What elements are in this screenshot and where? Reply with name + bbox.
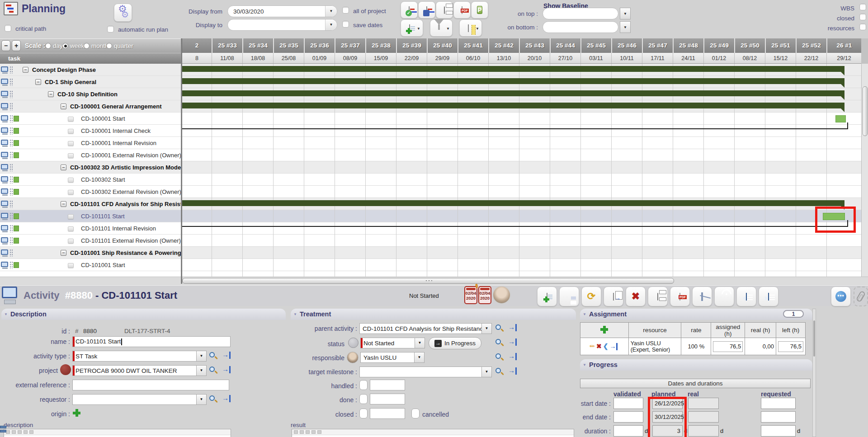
tree-row[interactable]: CD-100001 Internal Revision	[0, 137, 181, 149]
baseline-on-top-select[interactable]	[542, 8, 618, 19]
handled-checkbox[interactable]	[359, 380, 368, 390]
rss-button[interactable]	[714, 287, 734, 306]
drag-grip-icon[interactable]	[9, 66, 13, 74]
critical-path-checkbox[interactable]	[5, 25, 11, 32]
validated-startdate-input[interactable]	[613, 398, 643, 409]
drag-grip-icon[interactable]	[9, 225, 13, 232]
task-checkbox[interactable]	[68, 214, 74, 219]
done-date-input[interactable]	[370, 394, 405, 404]
done-checkbox[interactable]	[359, 394, 368, 404]
project-select[interactable]: PETROCAB 9000 DWT OIL TANKER▼	[72, 365, 207, 376]
scale-radio-day[interactable]	[45, 43, 51, 49]
tree-row[interactable]: −CD-100001 General Arrangement	[0, 100, 181, 113]
real-enddate-input[interactable]	[688, 411, 719, 423]
result-editor[interactable]	[292, 429, 574, 437]
print-button[interactable]	[648, 287, 668, 306]
automatic-run-plan-button[interactable]: ⚙⚙	[114, 4, 132, 22]
collapse-button[interactable]: −	[61, 164, 66, 170]
tree-row[interactable]: CD-100302 Start	[0, 174, 181, 186]
gantt-summary-bar[interactable]	[182, 90, 844, 96]
zoom-out-button[interactable]: −	[1, 40, 10, 51]
real-startdate-input[interactable]	[688, 398, 719, 409]
drag-grip-icon[interactable]	[9, 176, 13, 183]
copy-button[interactable]: →	[604, 287, 623, 306]
chevron-down-icon[interactable]: ▼	[415, 338, 425, 348]
drag-grip-icon[interactable]	[9, 103, 13, 110]
gantt-horizontal-scrollbar[interactable]	[0, 277, 868, 284]
scale-radio-month[interactable]	[84, 43, 90, 49]
goto-icon[interactable]: →	[508, 324, 517, 331]
view-left-button[interactable]	[736, 287, 756, 306]
goto-icon[interactable]: →	[508, 353, 517, 360]
task-checkbox[interactable]	[68, 190, 74, 195]
drag-grip-icon[interactable]	[9, 115, 13, 122]
drag-grip-icon[interactable]	[9, 212, 13, 220]
chevron-down-icon[interactable]: ▼	[196, 366, 206, 376]
external-reference-input[interactable]	[72, 380, 229, 390]
chevron-down-icon[interactable]: ▼	[414, 352, 424, 362]
cancelled-checkbox[interactable]	[411, 409, 420, 418]
goto-icon[interactable]: →	[222, 395, 231, 402]
search-icon[interactable]	[209, 352, 215, 359]
tree-row[interactable]: CD-100001 Internal Check	[0, 125, 181, 137]
gantt-export-button[interactable]	[418, 1, 435, 19]
validated-duration-input[interactable]	[613, 425, 643, 437]
assigned-hours-input[interactable]: 76,5	[713, 341, 743, 352]
tree-row[interactable]: −CD-101101 CFD Analysis for Ship Resista…	[0, 198, 181, 210]
status-select[interactable]: Not Started▼	[360, 338, 425, 348]
collapse-button[interactable]: −	[23, 67, 28, 73]
handled-date-input[interactable]	[370, 380, 405, 390]
requested-startdate-input[interactable]	[761, 398, 796, 409]
closed-checkbox[interactable]	[859, 14, 866, 20]
chevron-down-icon[interactable]: ▼	[476, 27, 479, 31]
name-input[interactable]: CD-101101 Start	[72, 336, 231, 347]
display-from-input[interactable]: 30/03/2020▼	[227, 5, 337, 17]
view-right-button[interactable]	[759, 287, 778, 306]
baseline-on-bottom-select[interactable]	[542, 21, 618, 33]
goto-icon[interactable]: →	[222, 352, 231, 359]
save-button[interactable]	[559, 287, 579, 306]
drag-grip-icon[interactable]	[9, 90, 13, 98]
tree-row[interactable]: CD-101101 Internal Revision	[0, 222, 181, 235]
tree-row[interactable]: CD-100001 External Revision (Owner)	[0, 149, 181, 161]
tree-gantt-splitter[interactable]	[181, 38, 182, 284]
description-section-header[interactable]: ▼Description	[1, 309, 286, 320]
tree-row[interactable]: CD-101101 External Revision (Owner)	[0, 235, 181, 247]
scrollbar-thumb[interactable]	[863, 86, 868, 136]
task-checkbox[interactable]	[68, 263, 74, 268]
tree-row[interactable]: CD-100302 External Revision (Owner)	[0, 186, 181, 198]
ms-project-button[interactable]: P	[471, 1, 488, 19]
automatic-run-plan-checkbox[interactable]	[107, 26, 114, 33]
search-icon[interactable]	[209, 367, 215, 373]
chevron-down-icon[interactable]: ▼	[196, 351, 206, 361]
tree-row[interactable]: −CD-101001 Ship Resistance & Powering Ca…	[0, 247, 181, 259]
tree-row[interactable]: CD-101001 Start	[0, 259, 181, 271]
tree-row[interactable]: CD-101101 Start	[0, 210, 181, 222]
scrollbar-thumb[interactable]	[813, 320, 815, 357]
parent-activity-select[interactable]: CD-101101 CFD Analysis for Ship Resistan…	[359, 323, 492, 334]
chevron-down-icon[interactable]: ▼	[325, 6, 337, 17]
goto-icon[interactable]: →	[609, 343, 618, 350]
refresh-button[interactable]: ⟳	[581, 287, 601, 306]
search-icon[interactable]	[209, 395, 215, 402]
drag-grip-icon[interactable]	[9, 151, 13, 159]
responsible-select[interactable]: YasIn USLU▼	[360, 352, 425, 363]
left-hours-input[interactable]: 76,5	[778, 341, 803, 352]
delete-button[interactable]: ✖	[626, 287, 646, 306]
tree-row[interactable]: −Concept Design Phase	[0, 64, 181, 76]
task-checkbox[interactable]	[68, 129, 74, 134]
chat-button[interactable]: •••	[831, 287, 851, 306]
chevron-down-icon[interactable]: ▼	[481, 367, 491, 377]
search-icon[interactable]	[495, 324, 501, 331]
chevron-down-icon[interactable]: ▼	[481, 324, 491, 334]
attachment-button[interactable]	[854, 287, 868, 306]
delete-icon[interactable]: ✖	[596, 343, 602, 350]
pdf-button[interactable]	[670, 287, 690, 306]
pdf-button[interactable]	[453, 1, 471, 19]
share-icon[interactable]: ❮	[603, 343, 609, 350]
treatment-section-header[interactable]: ▼Treatment	[291, 309, 576, 320]
goto-icon[interactable]: →	[222, 366, 231, 373]
in-progress-button[interactable]: →In Progress	[429, 337, 481, 349]
chevron-down-icon[interactable]: ▼	[417, 27, 420, 31]
search-icon[interactable]	[495, 368, 501, 375]
